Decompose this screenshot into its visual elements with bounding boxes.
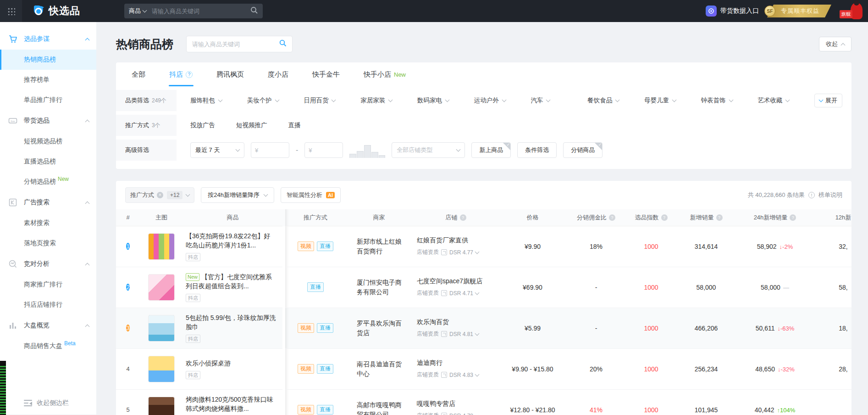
promo-option-live[interactable]: 直播 (288, 121, 301, 129)
chevron-down-icon[interactable] (475, 290, 480, 295)
collapse-sidebar-button[interactable]: 收起侧边栏 (0, 391, 96, 415)
category-dropdown[interactable]: 母婴儿童 (644, 96, 701, 105)
store-name[interactable]: 欢乐淘百货 (417, 318, 499, 326)
product-image[interactable] (148, 315, 175, 342)
sidebar-item-distribution-rank[interactable]: 分销选品榜 New (0, 172, 96, 192)
data-entry-link[interactable]: 带货数据入口 (706, 6, 759, 17)
chevron-down-icon[interactable] (475, 372, 480, 376)
sf-benefit-badge[interactable]: 专属顺丰权益 SF (767, 5, 831, 17)
sidebar-item-sales-overview[interactable]: 商品销售大盘 Beta (0, 336, 96, 356)
help-icon[interactable] (790, 214, 796, 221)
product-title[interactable]: New【官方】七度空间优雅系列日夜超值组合装到... (186, 272, 276, 291)
store-name[interactable]: 七度空间space7旗舰店 (417, 277, 499, 286)
product-title[interactable]: 【36克拍两份19.8发22包】好吃岛山药脆片薄片1份1... (186, 231, 276, 250)
table-row[interactable]: 2 New【官方】七度空间优雅系列日夜超值组合装到... 抖店 直播 厦门恒安电… (116, 267, 851, 308)
sidebar-item-material-search[interactable]: 素材搜索 (0, 213, 96, 233)
store-name[interactable]: 红娘百货厂家直供 (417, 236, 499, 245)
sidebar-item-hot-products[interactable]: 热销商品榜 (0, 50, 96, 70)
price-max-input[interactable] (304, 142, 343, 158)
new-product-filter-button[interactable]: 新上商品 (471, 142, 511, 158)
search-category-dropdown[interactable]: 商品 (129, 7, 146, 15)
price-min-input[interactable] (251, 142, 289, 158)
sidebar-section-competitor[interactable]: 竞对分析 (0, 253, 96, 275)
collapse-panel-button[interactable]: 收起 (819, 37, 851, 51)
more-filters-chip[interactable]: +12 (167, 191, 182, 199)
cert-icon[interactable] (441, 249, 447, 255)
remove-filter-icon[interactable]: × (157, 192, 163, 198)
product-title[interactable]: 欢乐小侦探桌游 (186, 359, 276, 368)
sidebar-section-xuanpin-canmou[interactable]: 选品参谋 (0, 28, 96, 50)
help-icon[interactable] (460, 214, 466, 221)
product-title[interactable]: 5包起拍 5.99/包，珍珠纹加厚洗脸巾 (186, 313, 276, 331)
condition-filter-button[interactable]: 条件筛选 (517, 142, 557, 158)
sidebar-section-daihuo[interactable]: live 带货选品 (0, 110, 96, 131)
table-row[interactable]: 5 烤肉撒料120克/500克香辣口味韩式烤肉烧烤蘸料撒... 抖店 视频 直播… (116, 389, 851, 415)
category-dropdown[interactable]: 服饰鞋包 (190, 96, 247, 105)
date-range-select[interactable]: 最近 7 天 (190, 142, 244, 158)
cert-icon[interactable] (441, 372, 447, 378)
category-dropdown[interactable]: 艺术收藏 (757, 96, 814, 105)
category-dropdown[interactable]: 美妆个护 (247, 96, 304, 105)
promo-option-video[interactable]: 短视频推广 (236, 121, 267, 129)
shop-type-select[interactable]: 全部店铺类型 (392, 142, 465, 158)
active-filter-chip-group[interactable]: 推广方式 × +12 (125, 187, 194, 203)
sidebar-item-merchant-promo-rank[interactable]: 商家推广排行 (0, 275, 96, 295)
table-row[interactable]: 1 【36克拍两份19.8发22包】好吃岛山药脆片薄片1份1... 抖店 视频 … (116, 226, 851, 267)
sidebar-item-single-promo-rank[interactable]: 单品推广排行 (0, 90, 96, 110)
product-image[interactable] (148, 356, 175, 382)
product-image[interactable] (148, 233, 175, 260)
category-dropdown[interactable]: 钟表首饰 (701, 96, 758, 105)
product-image[interactable] (148, 397, 175, 415)
search-icon[interactable] (279, 39, 287, 49)
category-dropdown[interactable]: 餐饮食品 (587, 96, 644, 105)
store-name[interactable]: 迪迪商行 (417, 359, 499, 367)
cert-icon[interactable] (441, 331, 447, 337)
sidebar-item-live-rank[interactable]: 直播选品榜 (0, 151, 96, 172)
sidebar-item-recommend-rank[interactable]: 推荐榜单 (0, 70, 96, 90)
ai-analysis-button[interactable]: 智能属性分析 AI (281, 187, 341, 203)
cert-icon[interactable] (441, 290, 447, 296)
sidebar-section-ad-search[interactable]: 广告搜索 (0, 192, 96, 213)
category-dropdown[interactable]: 家居家装 (360, 96, 417, 105)
category-dropdown[interactable]: 汽车 (531, 96, 587, 105)
category-dropdown[interactable]: 数码家电 (417, 96, 474, 105)
promo-option-ad[interactable]: 投放广告 (190, 121, 215, 129)
info-icon[interactable]: ! (808, 192, 815, 198)
sidebar-item-video-rank[interactable]: 短视频选品榜 (0, 131, 96, 151)
product-title[interactable]: 烤肉撒料120克/500克香辣口味韩式烤肉烧烤蘸料撒... (186, 395, 276, 413)
filter-chip[interactable]: 推广方式 × (130, 191, 163, 199)
category-dropdown[interactable]: 日用百货 (304, 96, 360, 105)
tab-all[interactable]: 全部 (132, 62, 145, 86)
tab-kuaishou-jinniu[interactable]: 快手金牛 (312, 62, 340, 86)
price-histogram[interactable] (349, 142, 385, 158)
sidebar-section-market-overview[interactable]: 大盘概览 (0, 315, 96, 336)
expand-categories-button[interactable]: 展开 (814, 94, 842, 107)
sidebar-item-doudian-shop-rank[interactable]: 抖店店铺排行 (0, 295, 96, 315)
rank-help-link[interactable]: 榜单说明 (818, 191, 842, 199)
tab-tencent-fengye[interactable]: 腾讯枫页 (216, 62, 244, 86)
help-icon[interactable] (609, 214, 615, 221)
store-name[interactable]: 嘎嘎鸭专营店 (417, 400, 499, 408)
help-icon[interactable] (661, 214, 668, 221)
search-icon[interactable] (250, 6, 258, 16)
cert-icon[interactable] (441, 413, 447, 415)
category-dropdown[interactable]: 运动户外 (474, 96, 531, 105)
help-icon[interactable]: ? (186, 71, 193, 78)
logo[interactable]: 快选品 (32, 4, 80, 18)
topbar-search[interactable]: 商品 (124, 4, 263, 18)
sort-dropdown[interactable]: 按24h新增销量降序 (201, 187, 274, 203)
product-image[interactable] (148, 274, 175, 301)
distribution-filter-button[interactable]: 分销商品 (563, 142, 603, 158)
table-row[interactable]: 3 5包起拍 5.99/包，珍珠纹加厚洗脸巾 抖店 视频 直播 罗平县欢乐淘百货… (116, 308, 851, 348)
topbar-search-input[interactable] (152, 8, 250, 15)
table-row[interactable]: 4 欢乐小侦探桌游 抖店 视频 直播 南召县迪迪百货中心 迪迪商行 店铺资 (116, 348, 851, 389)
tab-kuaishou-xiaodian[interactable]: 快手小店 New (364, 62, 406, 86)
chevron-down-icon[interactable] (475, 331, 480, 336)
tab-duxiaodian[interactable]: 度小店 (268, 62, 288, 86)
chevron-down-icon[interactable] (475, 249, 480, 254)
sidebar-item-landing-search[interactable]: 落地页搜索 (0, 233, 96, 253)
help-icon[interactable] (716, 214, 723, 221)
app-grid-icon[interactable] (0, 0, 22, 22)
tab-doudian[interactable]: 抖店 ? (169, 62, 193, 86)
flagship-entry[interactable]: 旗舰 (840, 2, 863, 20)
